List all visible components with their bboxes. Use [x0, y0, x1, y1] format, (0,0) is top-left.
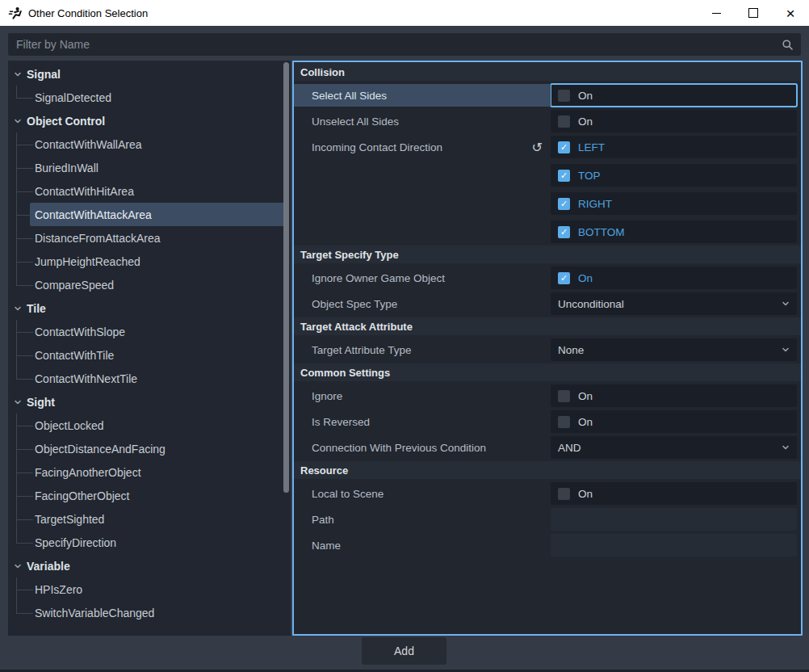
property-label: Ignore Owner Game Object — [294, 267, 551, 289]
minimize-button[interactable] — [698, 0, 735, 26]
tree-category-label: Tile — [27, 302, 46, 315]
tree-item-jumpheightreached[interactable]: JumpHeightReached — [8, 250, 291, 273]
property-value: ✓On — [551, 267, 797, 289]
property-label-text: Path — [312, 514, 334, 526]
property-row-connection-with-previous-condition: Connection With Previous ConditionAND — [294, 436, 801, 459]
tree-category-object-control[interactable]: Object Control — [8, 109, 291, 132]
tree-item-contactwithnexttile[interactable]: ContactWithNextTile — [8, 367, 291, 390]
text-field-name[interactable] — [551, 534, 797, 556]
checkbox-checked-icon: ✓ — [558, 226, 570, 238]
property-label: Incoming Contact Direction↺ — [294, 136, 551, 158]
dropdown-value: None — [558, 344, 584, 356]
dropdown-connection-with-previous-condition[interactable]: AND — [551, 436, 797, 459]
maximize-button[interactable] — [735, 0, 772, 26]
close-button[interactable]: × — [772, 0, 809, 26]
tree-item-switchvariablechanged[interactable]: SwitchVariableChanged — [8, 601, 291, 624]
toggle-ignore-owner-game-object[interactable]: ✓On — [551, 267, 797, 289]
checkbox-checked-icon: ✓ — [558, 170, 570, 182]
property-label: Target Attribute Type — [294, 338, 551, 361]
toggle-label: On — [578, 116, 593, 128]
tree-item-label: ContactWithNextTile — [8, 372, 137, 385]
property-label-text: Connection With Previous Condition — [312, 442, 486, 454]
chevron-down-icon — [782, 346, 790, 354]
tree-scrollbar[interactable] — [283, 62, 289, 634]
tree-item-buriedinwall[interactable]: BuriedInWall — [8, 156, 291, 179]
toggle-local-to-scene[interactable]: On — [551, 482, 797, 505]
close-icon: × — [786, 6, 794, 21]
tree-scrollbar-thumb[interactable] — [283, 62, 289, 493]
chevron-down-icon — [13, 398, 23, 406]
checkbox-option-right[interactable]: ✓RIGHT — [551, 192, 797, 215]
property-label: Select All Sides — [294, 84, 551, 107]
property-row-is-reversed: Is ReversedOn — [294, 410, 801, 433]
tree-item-hpiszero[interactable]: HPIsZero — [8, 578, 291, 601]
tree-item-specifydirection[interactable]: SpecifyDirection — [8, 531, 291, 554]
text-field-path[interactable] — [551, 508, 797, 531]
toggle-is-reversed[interactable]: On — [551, 410, 797, 433]
tree-category-label: Variable — [27, 560, 70, 573]
tree-item-contactwithwallarea[interactable]: ContactWithWallArea — [8, 132, 291, 156]
tree-category-sight[interactable]: Sight — [8, 390, 291, 414]
property-row-object-spec-type: Object Spec TypeUnconditional — [294, 292, 801, 315]
checkbox-unchecked-icon — [558, 90, 570, 102]
property-row-ignore: IgnoreOn — [294, 384, 801, 407]
property-label: Name — [294, 534, 551, 556]
checkbox-option-left[interactable]: ✓LEFT — [551, 136, 797, 158]
toggle-unselect-all-sides[interactable]: On — [551, 110, 797, 132]
property-value: Unconditional — [551, 292, 797, 315]
tree-category-signal[interactable]: Signal — [8, 62, 291, 86]
tree-item-label: ContactWithSlope — [8, 326, 125, 338]
dropdown-target-attribute-type[interactable]: None — [551, 338, 797, 361]
tree-item-contactwithhitarea[interactable]: ContactWithHitArea — [8, 179, 291, 203]
property-label-text: Object Spec Type — [312, 298, 397, 310]
filter-bar — [8, 33, 801, 56]
tree-item-label: BuriedInWall — [8, 162, 99, 174]
property-row-incoming-contact-direction: Incoming Contact Direction↺✓LEFT✓TOP✓RIG… — [294, 136, 801, 243]
tree-category-label: Signal — [27, 68, 61, 81]
filter-input[interactable] — [8, 33, 782, 56]
checkbox-option-bottom[interactable]: ✓BOTTOM — [551, 220, 797, 243]
minimize-icon — [712, 13, 721, 14]
tree-item-objectlocked[interactable]: ObjectLocked — [8, 414, 291, 437]
toggle-ignore[interactable]: On — [551, 384, 797, 407]
tree-category-label: Object Control — [27, 115, 105, 128]
tree-category-variable[interactable]: Variable — [8, 554, 291, 578]
tree-item-facingotherobject[interactable]: FacingOtherObject — [8, 484, 291, 507]
tree-item-label: ContactWithTile — [8, 349, 114, 362]
tree-item-label: DistanceFromAttackArea — [8, 232, 161, 245]
chevron-down-icon — [13, 70, 23, 78]
toggle-select-all-sides[interactable]: On — [551, 84, 797, 107]
property-label-text: Ignore — [312, 390, 342, 402]
property-label-text: Incoming Contact Direction — [312, 141, 442, 153]
tree-item-distancefromattackarea[interactable]: DistanceFromAttackArea — [8, 226, 291, 250]
checkbox-option-top[interactable]: ✓TOP — [551, 164, 797, 187]
tree-item-signaldetected[interactable]: SignalDetected — [8, 86, 291, 109]
checkbox-option-label: TOP — [578, 170, 601, 182]
checkbox-option-label: BOTTOM — [578, 226, 625, 238]
section-header-target-attack-attribute: Target Attack Attribute — [294, 317, 801, 335]
tree-item-label: HPIsZero — [8, 583, 82, 596]
window-title: Other Condition Selection — [28, 7, 148, 19]
property-value: On — [551, 384, 797, 407]
property-label-text: Target Attribute Type — [312, 344, 412, 356]
tree-item-targetsighted[interactable]: TargetSighted — [8, 507, 291, 531]
toggle-label: On — [578, 390, 593, 402]
add-button[interactable]: Add — [362, 637, 446, 665]
tree-item-objectdistanceandfacing[interactable]: ObjectDistanceAndFacing — [8, 437, 291, 460]
tree-item-contactwithattackarea[interactable]: ContactWithAttackArea — [8, 203, 291, 226]
revert-icon[interactable]: ↺ — [532, 136, 543, 158]
tree-item-label: ContactWithHitArea — [8, 185, 134, 198]
tree-item-contactwithslope[interactable]: ContactWithSlope — [8, 320, 291, 343]
tree-category-tile[interactable]: Tile — [8, 296, 291, 320]
section-header-collision: Collision — [294, 63, 801, 81]
tree-item-facinganotherobject[interactable]: FacingAnotherObject — [8, 460, 291, 484]
chevron-down-icon — [13, 304, 23, 313]
titlebar: Other Condition Selection × — [0, 0, 809, 26]
tree-item-comparespeed[interactable]: CompareSpeed — [8, 273, 291, 296]
tree-item-contactwithtile[interactable]: ContactWithTile — [8, 343, 291, 367]
checkbox-option-label: RIGHT — [578, 198, 612, 210]
tree-item-label: SpecifyDirection — [8, 536, 116, 549]
dropdown-object-spec-type[interactable]: Unconditional — [551, 292, 797, 315]
property-label: Ignore — [294, 384, 551, 407]
window-controls: × — [698, 0, 809, 26]
